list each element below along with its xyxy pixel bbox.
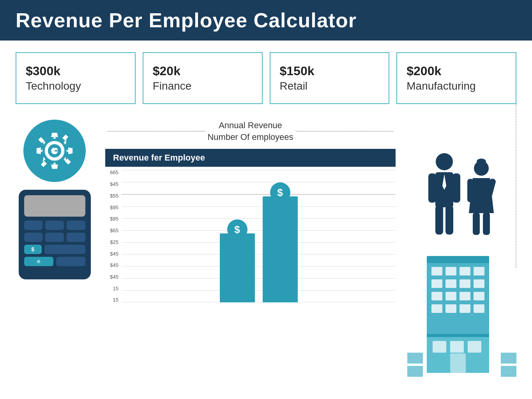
card-sector-2: Retail (280, 80, 380, 92)
y-label-1: 15 (105, 286, 118, 291)
svg-rect-17 (452, 173, 460, 203)
svg-rect-37 (431, 292, 442, 300)
vertical-dotted-line (516, 104, 516, 268)
svg-rect-26 (483, 212, 490, 235)
main-content: $ ⊕ Annual Revenue Number Of employees R… (0, 120, 532, 377)
formula-text: Annual Revenue Number Of employees (207, 120, 293, 143)
svg-rect-33 (431, 279, 442, 288)
formula-area: Annual Revenue Number Of employees (105, 120, 396, 143)
calc-btn: ⊕ (24, 257, 53, 266)
card-sector-3: Manufacturing (407, 80, 506, 92)
chart-section: Annual Revenue Number Of employees Reven… (105, 120, 396, 302)
bar-col-0: $ (220, 170, 255, 302)
left-icons: $ ⊕ (16, 120, 94, 279)
svg-rect-25 (473, 212, 480, 235)
svg-rect-16 (428, 173, 436, 203)
svg-rect-45 (427, 334, 489, 337)
card-sector-1: Finance (153, 80, 253, 92)
svg-rect-35 (460, 279, 470, 288)
y-label-6: $65 (105, 228, 118, 233)
card-amount-1: $20k (153, 64, 253, 78)
card-finance: $20k Finance (143, 52, 263, 104)
building-group (407, 244, 516, 377)
people-group (427, 151, 497, 237)
svg-marker-7 (62, 134, 68, 140)
svg-rect-36 (474, 279, 484, 288)
y-label-0: 15 (105, 297, 118, 302)
y-label-5: $25 (105, 240, 118, 245)
svg-rect-43 (460, 304, 470, 313)
y-axis: 15 15 $45 $45 $45 $25 $65 $95 $95 $55 $4… (105, 170, 122, 302)
cards-row: $300k Technology $20k Finance $150k Reta… (0, 52, 532, 104)
svg-marker-3 (37, 147, 41, 154)
y-label-10: $45 (105, 182, 118, 187)
svg-rect-32 (474, 267, 484, 275)
svg-point-21 (477, 159, 486, 165)
bars-group: $ $ (122, 170, 396, 302)
y-label-3: $45 (105, 263, 118, 268)
gear-circle (23, 120, 86, 182)
bar-0: $ (220, 233, 255, 302)
chart-title-box: Revenue fer Employee (105, 149, 396, 167)
svg-rect-28 (427, 256, 489, 263)
svg-rect-49 (468, 341, 481, 353)
svg-marker-2 (51, 164, 58, 169)
svg-rect-48 (450, 341, 464, 353)
y-label-7: $95 (105, 216, 118, 221)
y-label-9: $55 (105, 193, 118, 198)
dotted-line-left (108, 131, 205, 132)
calc-dollar-btn: $ (24, 245, 42, 254)
small-block-1 (407, 353, 423, 364)
svg-rect-34 (445, 279, 456, 288)
calc-btn (67, 221, 85, 230)
svg-rect-19 (445, 205, 453, 235)
building-icon (427, 244, 497, 377)
calc-btn (45, 221, 64, 230)
svg-rect-47 (433, 341, 446, 353)
svg-rect-38 (445, 292, 456, 300)
dotted-line-right (296, 131, 393, 132)
svg-marker-4 (68, 147, 72, 154)
dollar-badge-1: $ (270, 182, 290, 203)
gear-icon (33, 129, 76, 172)
svg-rect-40 (474, 292, 484, 300)
female-person-icon (466, 159, 497, 237)
svg-rect-30 (445, 267, 456, 275)
svg-marker-1 (51, 133, 58, 137)
y-label-2: $45 (105, 274, 118, 279)
chart-area: 15 15 $45 $45 $45 $25 $65 $95 $95 $55 $4… (105, 170, 396, 302)
svg-rect-42 (445, 304, 456, 313)
chart-title: Revenue fer Employee (113, 153, 205, 162)
chart-bars-wrapper: $ $ (122, 170, 396, 302)
card-manufacturing: $200k Manufacturing (396, 52, 516, 104)
calc-btn (67, 233, 85, 242)
svg-rect-44 (474, 304, 484, 313)
calc-btn (45, 233, 64, 242)
small-block-4 (501, 366, 516, 377)
y-label-11: 665 (105, 170, 118, 175)
svg-point-13 (436, 153, 453, 170)
formula-line2: Number Of employees (207, 131, 293, 143)
calc-btn (44, 245, 85, 254)
card-amount-2: $150k (280, 64, 380, 78)
calculator: $ ⊕ (19, 190, 91, 279)
svg-rect-39 (460, 292, 470, 300)
small-block-3 (501, 353, 516, 364)
svg-rect-18 (435, 205, 443, 235)
card-technology: $300k Technology (16, 52, 136, 104)
bar-col-1: $ (263, 170, 298, 302)
bar-1: $ (263, 196, 298, 302)
svg-rect-23 (467, 179, 474, 202)
y-label-4: $45 (105, 251, 118, 256)
dollar-badge-0: $ (227, 219, 247, 240)
calc-btn (24, 233, 43, 242)
formula-line1: Annual Revenue (207, 120, 293, 131)
svg-rect-50 (450, 353, 466, 373)
calc-screen (24, 195, 85, 217)
svg-rect-29 (431, 267, 442, 275)
small-block-2 (407, 366, 423, 377)
page-header: Revenue Per Employee Calculator (0, 0, 532, 41)
calc-buttons: $ ⊕ (24, 221, 85, 274)
svg-rect-31 (460, 267, 470, 275)
male-person-icon (427, 151, 462, 237)
